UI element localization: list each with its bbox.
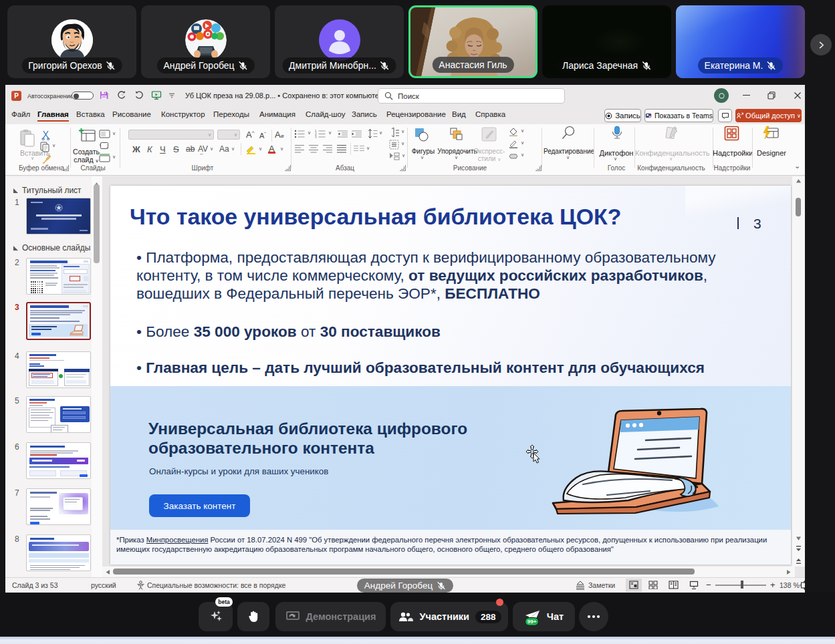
svg-text:3: 3 [315, 136, 317, 139]
